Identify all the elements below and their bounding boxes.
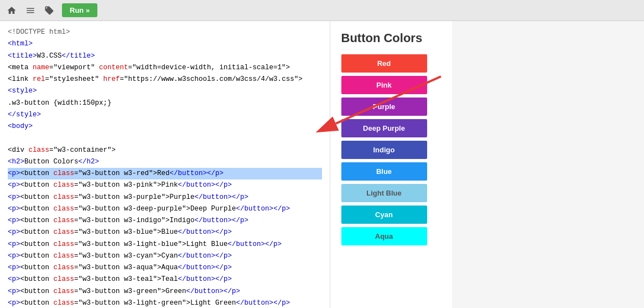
- preview-title: Button Colors: [341, 31, 441, 45]
- code-line: <body>: [8, 121, 322, 132]
- code-line: <p><button class="w3-button w3-teal">Tea…: [8, 274, 322, 285]
- code-line: <link rel="stylesheet" href="https://www…: [8, 74, 322, 85]
- preview-panel: Button Colors RedPinkPurpleDeep PurpleIn…: [330, 21, 452, 308]
- code-line: <p><button class="w3-button w3-light-blu…: [8, 239, 322, 250]
- color-button-deep-purple[interactable]: Deep Purple: [341, 119, 427, 137]
- color-button-cyan[interactable]: Cyan: [341, 206, 427, 224]
- code-line: <meta name="viewport" content="width=dev…: [8, 62, 322, 74]
- tag-icon[interactable]: [43, 4, 55, 17]
- button-list: RedPinkPurpleDeep PurpleIndigoBlueLight …: [341, 54, 441, 245]
- code-line: <p><button class="w3-button w3-green">Gr…: [8, 286, 322, 297]
- run-button[interactable]: Run »: [62, 3, 97, 17]
- color-button-pink[interactable]: Pink: [341, 76, 427, 94]
- color-button-purple[interactable]: Purple: [341, 97, 427, 116]
- code-line: <html>: [8, 38, 322, 50]
- color-button-blue[interactable]: Blue: [341, 162, 427, 181]
- code-line: <p><button class="w3-button w3-light-gre…: [8, 297, 322, 308]
- color-button-indigo[interactable]: Indigo: [341, 141, 427, 159]
- main-area: <!DOCTYPE html><html><title>W3.CSS</titl…: [0, 21, 644, 308]
- code-line: <h2>Button Colors</h2>: [8, 156, 322, 168]
- menu-icon[interactable]: [24, 4, 37, 17]
- code-panel[interactable]: <!DOCTYPE html><html><title>W3.CSS</titl…: [0, 21, 330, 308]
- color-button-light-blue[interactable]: Light Blue: [341, 184, 427, 202]
- code-line: <div class="w3-container">: [8, 145, 322, 156]
- code-line: <p><button class="w3-button w3-indigo">I…: [8, 215, 322, 227]
- code-line: <style>: [8, 85, 322, 97]
- code-line: <p><button class="w3-button w3-blue">Blu…: [8, 227, 322, 238]
- code-line: <p><button class="w3-button w3-deep-purp…: [8, 203, 322, 215]
- code-line: <p><button class="w3-button w3-aqua">Aqu…: [8, 262, 322, 274]
- code-line: <!DOCTYPE html>: [8, 27, 322, 38]
- color-button-aqua[interactable]: Aqua: [341, 227, 427, 245]
- content-area: Button Colors RedPinkPurpleDeep PurpleIn…: [330, 21, 645, 308]
- toolbar: Run »: [0, 0, 644, 21]
- code-line: .w3-button {width:150px;}: [8, 97, 322, 109]
- code-line: <p><button class="w3-button w3-purple">P…: [8, 192, 322, 203]
- code-line: <p><button class="w3-button w3-red">Red<…: [8, 168, 322, 179]
- code-line: <title>W3.CSS</title>: [8, 50, 322, 62]
- code-line: <p><button class="w3-button w3-pink">Pin…: [8, 179, 322, 191]
- home-icon[interactable]: [6, 4, 18, 17]
- code-line: </style>: [8, 109, 322, 121]
- color-button-red[interactable]: Red: [341, 54, 427, 73]
- code-line: [8, 132, 322, 144]
- code-line: <p><button class="w3-button w3-cyan">Cya…: [8, 250, 322, 262]
